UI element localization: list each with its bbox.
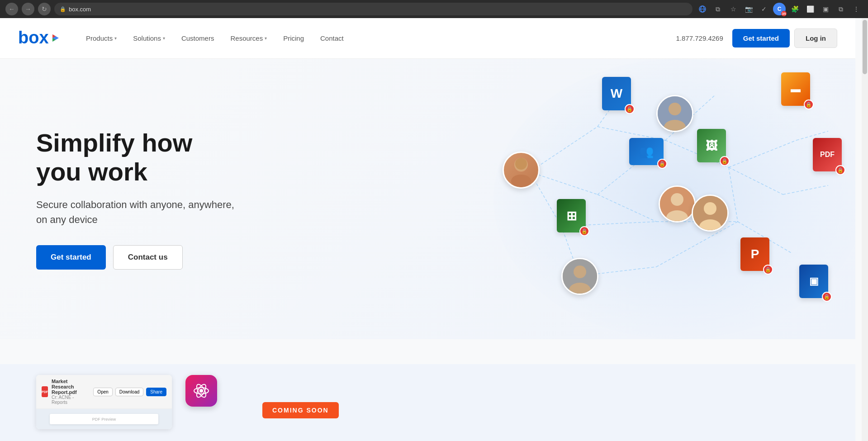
avatar-1 — [503, 152, 540, 189]
google-icon[interactable] — [696, 3, 709, 15]
download-button[interactable]: Download — [115, 388, 143, 396]
nav-resources[interactable]: Resources ▾ — [230, 34, 267, 42]
coming-soon-badge: COMING SOON — [262, 402, 339, 418]
share-button[interactable]: Share — [146, 388, 166, 396]
profile-badge: 35 — [781, 11, 787, 16]
avatar-4 — [561, 258, 598, 295]
star-button[interactable]: ☆ — [727, 3, 740, 15]
svg-line-7 — [530, 172, 598, 194]
nav-get-started-button[interactable]: Get started — [732, 29, 790, 47]
atom-icon — [185, 375, 217, 407]
word-file-icon: W 🔒 — [602, 77, 631, 110]
svg-line-16 — [729, 167, 783, 194]
hero-title: Simplify how you work — [36, 128, 235, 187]
nav-products[interactable]: Products ▾ — [86, 34, 117, 42]
svg-point-27 — [511, 175, 531, 187]
svg-line-19 — [783, 185, 828, 194]
lock-badge: 🔒 — [579, 226, 589, 236]
scrollbar-track[interactable] — [862, 18, 868, 441]
hero-buttons: Get started Contact us — [36, 245, 235, 270]
phone-number: 1.877.729.4269 — [676, 34, 723, 42]
svg-point-40 — [704, 202, 716, 215]
lock-badge: 🔒 — [763, 265, 773, 275]
lock-badge: 🔒 — [625, 104, 635, 114]
avatar-5 — [692, 194, 729, 232]
nav-solutions[interactable]: Solutions ▾ — [133, 34, 165, 42]
folder-file-icon: 👥 🔒 — [629, 138, 664, 165]
slides-file-icon: ▬ 🔒 — [781, 72, 810, 106]
svg-point-42 — [199, 389, 203, 393]
hero-content: Simplify how you work Secure collaborati… — [0, 101, 271, 297]
hero-section: Simplify how you work Secure collaborati… — [0, 59, 855, 339]
file-name: Market Research Report.pdf — [52, 379, 90, 395]
image-file-icon: 🖼 🔒 — [697, 129, 726, 162]
svg-line-17 — [729, 167, 738, 222]
nav-login-button[interactable]: Log in — [794, 28, 837, 48]
menu-button[interactable]: ⋮ — [850, 3, 863, 15]
address-bar[interactable]: 🔒 box.com — [54, 3, 693, 15]
tabs-icon[interactable]: ⧉ — [835, 3, 847, 15]
svg-point-37 — [574, 266, 586, 278]
svg-line-12 — [598, 194, 656, 222]
svg-line-25 — [656, 222, 738, 267]
svg-line-6 — [530, 127, 598, 172]
bottom-section: PDF Market Research Report.pdf Cr: ACNE … — [0, 364, 855, 441]
chevron-down-icon: ▾ — [265, 36, 267, 41]
profile-button[interactable]: C 35 — [773, 3, 786, 15]
puzzle-icon[interactable]: 🧩 — [788, 3, 801, 15]
url-text: box.com — [69, 6, 91, 13]
avatar-2 — [656, 95, 693, 132]
svg-point-31 — [669, 103, 681, 115]
preview-card: PDF Market Research Report.pdf Cr: ACNE … — [36, 375, 172, 429]
extensions-button[interactable]: ⧉ — [711, 3, 724, 15]
browser-actions: ⧉ ☆ 📷 ✓ C 35 🧩 ⬜ ▣ ⧉ ⋮ — [696, 3, 863, 15]
svg-point-34 — [671, 193, 683, 206]
file-detail: Cr: ACNE - Reports — [52, 395, 90, 405]
page-wrapper: box Products ▾ Solutions ▾ Customers Res… — [0, 18, 862, 441]
hero-get-started-button[interactable]: Get started — [36, 245, 106, 270]
ppt-file-icon: P 🔒 — [740, 237, 769, 271]
sheets-file-icon: ⊞ 🔒 — [557, 199, 586, 232]
hero-illustration: .conn-line { stroke: #90caf9; stroke-wid… — [457, 59, 855, 339]
chevron-down-icon: ▾ — [163, 36, 165, 41]
scrollbar-thumb[interactable] — [863, 20, 867, 74]
box-logo[interactable]: box — [18, 28, 59, 48]
lock-badge: 🔒 — [657, 159, 667, 169]
svg-point-29 — [515, 158, 527, 170]
atom-svg — [192, 382, 210, 400]
box-note-file-icon: ▣ 🔒 — [799, 265, 828, 298]
pdf-file-icon: PDF 🔒 — [813, 138, 842, 171]
navbar: box Products ▾ Solutions ▾ Customers Res… — [0, 18, 855, 59]
device-icon[interactable]: ⬜ — [804, 3, 816, 15]
lock-badge: 🔒 — [822, 292, 832, 302]
hero-subtitle: Secure collaboration with anyone, anywhe… — [36, 197, 235, 227]
lock-icon: 🔒 — [60, 6, 66, 12]
preview-body: PDF Preview — [36, 409, 172, 429]
lock-badge: 🔒 — [835, 165, 845, 175]
nav-pricing[interactable]: Pricing — [283, 34, 304, 42]
check-button[interactable]: ✓ — [758, 3, 770, 15]
preview-card-header: PDF Market Research Report.pdf Cr: ACNE … — [36, 375, 172, 409]
nav-customers[interactable]: Customers — [181, 34, 214, 42]
avatar-3 — [659, 185, 696, 223]
browser-chrome: ← → ↻ 🔒 box.com ⧉ ☆ 📷 ✓ C 35 🧩 ⬜ ▣ ⧉ ⋮ — [0, 0, 868, 18]
forward-button[interactable]: → — [22, 3, 34, 15]
lock-badge: 🔒 — [720, 156, 730, 166]
chevron-down-icon: ▾ — [114, 36, 117, 41]
screenshot-button[interactable]: 📷 — [742, 3, 755, 15]
hero-contact-button[interactable]: Contact us — [113, 245, 183, 270]
preview-pdf-icon: PDF — [42, 386, 48, 397]
svg-text:box: box — [18, 28, 49, 47]
nav-contact[interactable]: Contact — [320, 34, 344, 42]
nav-links: Products ▾ Solutions ▾ Customers Resourc… — [86, 34, 732, 42]
back-button[interactable]: ← — [5, 3, 18, 15]
lock-badge: 🔒 — [804, 100, 814, 109]
svg-line-15 — [729, 140, 797, 167]
sidebar-icon[interactable]: ▣ — [819, 3, 832, 15]
open-button[interactable]: Open — [93, 388, 112, 396]
reload-button[interactable]: ↻ — [38, 3, 51, 15]
